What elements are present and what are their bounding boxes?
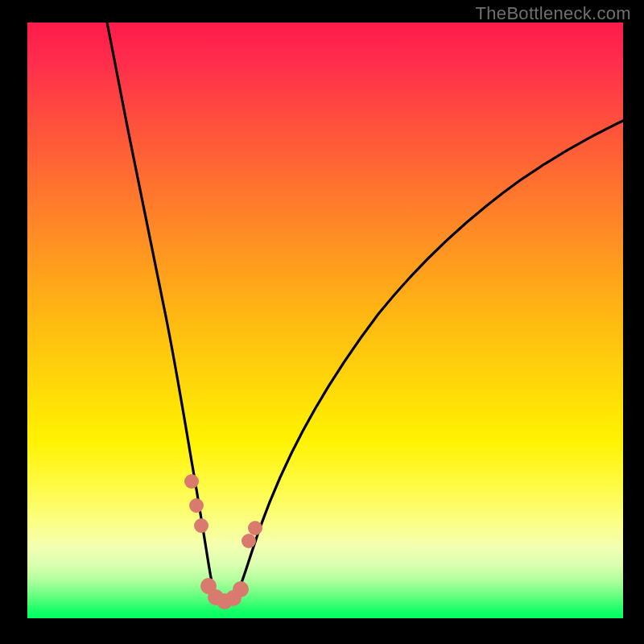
watermark-text: TheBottleneck.com bbox=[476, 3, 631, 24]
marker-dot bbox=[189, 498, 204, 513]
plot-area bbox=[27, 23, 623, 618]
marker-dot bbox=[194, 518, 208, 533]
curve-layer bbox=[27, 23, 623, 618]
marker-dot bbox=[233, 581, 249, 597]
marker-dot bbox=[184, 474, 199, 489]
marker-dot bbox=[248, 521, 262, 535]
curve-left-branch bbox=[107, 23, 221, 601]
chart-container: TheBottleneck.com bbox=[0, 0, 644, 644]
curve-right-branch bbox=[235, 121, 623, 599]
marker-dot bbox=[242, 534, 256, 548]
